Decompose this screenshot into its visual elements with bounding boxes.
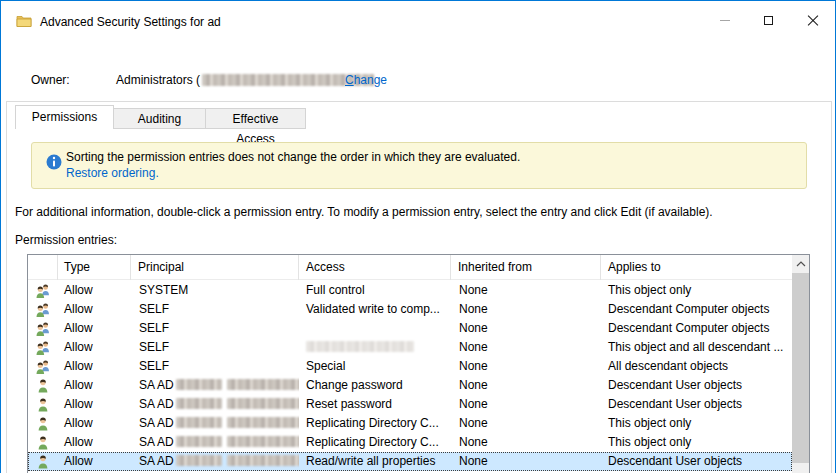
title-bar[interactable]: Advanced Security Settings for ad — [1, 1, 835, 41]
banner-message: Sorting the permission entries does not … — [66, 150, 520, 164]
page-panel-border-right — [831, 101, 832, 473]
cell-principal: SA AD — [131, 395, 299, 414]
redacted-text — [176, 455, 222, 466]
cell-applies-to: This object only — [601, 281, 792, 300]
redacted-text — [227, 436, 299, 447]
cell-access: Full control — [299, 281, 451, 300]
restore-ordering-link[interactable]: Restore ordering. — [66, 166, 159, 180]
cell-access — [299, 319, 451, 338]
table-row[interactable]: Allow SYSTEM Full control None This obje… — [28, 281, 792, 300]
cell-access: Read/write all properties — [299, 452, 451, 471]
cell-principal: SA AD — [131, 414, 299, 433]
column-header-applies-to[interactable]: Applies to — [601, 255, 792, 280]
redacted-text — [176, 436, 222, 447]
cell-inherited-from: None — [451, 357, 601, 376]
column-header-principal[interactable]: Principal — [131, 255, 299, 280]
tab-auditing[interactable]: Auditing — [114, 108, 206, 129]
cell-inherited-from: None — [451, 300, 601, 319]
cell-applies-to: Descendant Computer objects — [601, 300, 792, 319]
change-owner-link[interactable]: Change — [345, 73, 387, 87]
redacted-text — [176, 417, 222, 428]
cell-principal: SELF — [131, 300, 299, 319]
column-header-access[interactable]: Access — [299, 255, 451, 280]
window-title: Advanced Security Settings for ad — [40, 15, 221, 29]
cell-principal: SA AD — [131, 433, 299, 452]
cell-access: Special — [299, 357, 451, 376]
scroll-up-button[interactable] — [792, 255, 809, 272]
redacted-text — [176, 398, 222, 409]
table-row[interactable]: Allow SA AD Replicating Directory C... N… — [28, 414, 792, 433]
table-row[interactable]: Allow SELF Validated write to comp... No… — [28, 300, 792, 319]
table-body: Allow SYSTEM Full control None This obje… — [28, 281, 792, 473]
cell-principal: SA AD — [131, 376, 299, 395]
cell-access: Replicating Directory C... — [299, 433, 451, 452]
user-icon — [35, 435, 51, 451]
vertical-scrollbar[interactable] — [792, 255, 809, 473]
cell-type: Allow — [58, 319, 131, 338]
redacted-text — [306, 341, 414, 352]
column-header-type[interactable]: Type — [58, 255, 131, 280]
cell-principal: SYSTEM — [131, 281, 299, 300]
cell-applies-to: This object only — [601, 433, 792, 452]
user-icon — [35, 454, 51, 470]
instructions-text: For additional information, double-click… — [15, 205, 713, 219]
maximize-icon — [764, 16, 773, 25]
info-icon — [46, 154, 62, 170]
chevron-up-icon — [796, 261, 806, 267]
cell-inherited-from: None — [451, 395, 601, 414]
cell-type: Allow — [58, 338, 131, 357]
minimize-icon — [720, 20, 730, 21]
cell-applies-to: Descendant Computer objects — [601, 319, 792, 338]
cell-inherited-from: None — [451, 433, 601, 452]
group-icon — [35, 283, 51, 299]
table-row[interactable]: Allow SA AD Replicating Directory C... N… — [28, 433, 792, 452]
page-panel-border-top — [6, 101, 831, 102]
cell-inherited-from: None — [451, 414, 601, 433]
redacted-text — [227, 455, 299, 466]
table-row[interactable]: Allow SELF Special None All descendant o… — [28, 357, 792, 376]
table-row[interactable]: Allow SELF None This object and all desc… — [28, 338, 792, 357]
cell-access: Validated write to comp... — [299, 300, 451, 319]
cell-type: Allow — [58, 414, 131, 433]
cell-applies-to: This object and all descendant ... — [601, 338, 792, 357]
cell-applies-to: Descendant User objects — [601, 395, 792, 414]
tab-permissions[interactable]: Permissions — [15, 105, 114, 129]
cell-principal: SELF — [131, 357, 299, 376]
column-header-inherited-from[interactable]: Inherited from — [451, 255, 601, 280]
cell-inherited-from: None — [451, 319, 601, 338]
close-icon — [807, 15, 819, 27]
table-row[interactable]: Allow SA AD Reset password None Descenda… — [28, 395, 792, 414]
maximize-button[interactable] — [746, 1, 791, 40]
cell-principal: SELF — [131, 338, 299, 357]
table-row[interactable]: Allow SELF None Descendant Computer obje… — [28, 319, 792, 338]
column-header-icon[interactable] — [28, 255, 58, 280]
tab-strip: Permissions Auditing Effective Access — [15, 105, 306, 129]
cell-access — [299, 338, 451, 357]
owner-value: Administrators ( — [116, 73, 374, 87]
cell-type: Allow — [58, 300, 131, 319]
cell-inherited-from: None — [451, 338, 601, 357]
cell-principal: SELF — [131, 319, 299, 338]
sorting-info-banner: Sorting the permission entries does not … — [31, 142, 807, 189]
cell-inherited-from: None — [451, 376, 601, 395]
window-folder-icon — [16, 13, 32, 29]
redacted-text — [227, 398, 299, 409]
cell-type: Allow — [58, 395, 131, 414]
cell-type: Allow — [58, 281, 131, 300]
cell-type: Allow — [58, 452, 131, 471]
permission-entries-label: Permission entries: — [15, 233, 117, 247]
tab-effective-access[interactable]: Effective Access — [206, 108, 306, 129]
scrollbar-thumb[interactable] — [792, 273, 809, 463]
redacted-text — [227, 417, 299, 428]
owner-label: Owner: — [31, 73, 70, 87]
page-panel-border-left — [6, 101, 7, 473]
table-row[interactable]: Allow SA AD Change password None Descend… — [28, 376, 792, 395]
group-icon — [35, 302, 51, 318]
close-button[interactable] — [790, 1, 835, 40]
minimize-button[interactable] — [702, 1, 747, 40]
cell-applies-to: Descendant User objects — [601, 452, 792, 471]
cell-principal: SA AD — [131, 452, 299, 471]
cell-access: Replicating Directory C... — [299, 414, 451, 433]
table-row-selected[interactable]: Allow SA AD Read/write all properties No… — [28, 452, 792, 471]
permission-entries-table: Type Principal Access Inherited from App… — [27, 254, 810, 473]
